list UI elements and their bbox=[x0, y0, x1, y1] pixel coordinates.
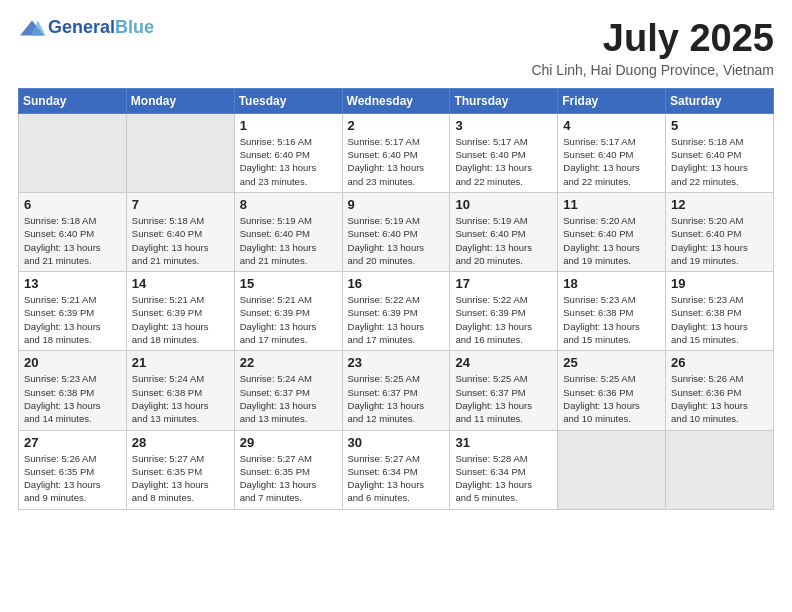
day-info: Sunrise: 5:23 AM Sunset: 6:38 PM Dayligh… bbox=[671, 293, 769, 346]
day-number: 8 bbox=[240, 197, 338, 212]
calendar-cell: 16Sunrise: 5:22 AM Sunset: 6:39 PM Dayli… bbox=[342, 272, 450, 351]
calendar-cell: 13Sunrise: 5:21 AM Sunset: 6:39 PM Dayli… bbox=[19, 272, 127, 351]
day-info: Sunrise: 5:18 AM Sunset: 6:40 PM Dayligh… bbox=[24, 214, 122, 267]
calendar: SundayMondayTuesdayWednesdayThursdayFrid… bbox=[18, 88, 774, 510]
day-info: Sunrise: 5:17 AM Sunset: 6:40 PM Dayligh… bbox=[348, 135, 446, 188]
day-number: 5 bbox=[671, 118, 769, 133]
calendar-cell: 22Sunrise: 5:24 AM Sunset: 6:37 PM Dayli… bbox=[234, 351, 342, 430]
location: Chi Linh, Hai Duong Province, Vietnam bbox=[531, 62, 774, 78]
calendar-cell: 7Sunrise: 5:18 AM Sunset: 6:40 PM Daylig… bbox=[126, 192, 234, 271]
logo-icon bbox=[18, 19, 46, 37]
day-number: 12 bbox=[671, 197, 769, 212]
logo-line2: Blue bbox=[115, 17, 154, 37]
calendar-cell: 1Sunrise: 5:16 AM Sunset: 6:40 PM Daylig… bbox=[234, 113, 342, 192]
day-info: Sunrise: 5:19 AM Sunset: 6:40 PM Dayligh… bbox=[455, 214, 553, 267]
day-info: Sunrise: 5:17 AM Sunset: 6:40 PM Dayligh… bbox=[563, 135, 661, 188]
day-info: Sunrise: 5:27 AM Sunset: 6:35 PM Dayligh… bbox=[240, 452, 338, 505]
header-thursday: Thursday bbox=[450, 88, 558, 113]
header-friday: Friday bbox=[558, 88, 666, 113]
header-tuesday: Tuesday bbox=[234, 88, 342, 113]
day-info: Sunrise: 5:19 AM Sunset: 6:40 PM Dayligh… bbox=[348, 214, 446, 267]
calendar-cell: 10Sunrise: 5:19 AM Sunset: 6:40 PM Dayli… bbox=[450, 192, 558, 271]
day-info: Sunrise: 5:21 AM Sunset: 6:39 PM Dayligh… bbox=[24, 293, 122, 346]
day-info: Sunrise: 5:28 AM Sunset: 6:34 PM Dayligh… bbox=[455, 452, 553, 505]
day-info: Sunrise: 5:25 AM Sunset: 6:36 PM Dayligh… bbox=[563, 372, 661, 425]
day-number: 2 bbox=[348, 118, 446, 133]
day-info: Sunrise: 5:25 AM Sunset: 6:37 PM Dayligh… bbox=[348, 372, 446, 425]
day-number: 9 bbox=[348, 197, 446, 212]
calendar-cell: 29Sunrise: 5:27 AM Sunset: 6:35 PM Dayli… bbox=[234, 430, 342, 509]
day-info: Sunrise: 5:26 AM Sunset: 6:36 PM Dayligh… bbox=[671, 372, 769, 425]
calendar-cell: 21Sunrise: 5:24 AM Sunset: 6:38 PM Dayli… bbox=[126, 351, 234, 430]
day-number: 4 bbox=[563, 118, 661, 133]
calendar-cell: 6Sunrise: 5:18 AM Sunset: 6:40 PM Daylig… bbox=[19, 192, 127, 271]
day-number: 27 bbox=[24, 435, 122, 450]
calendar-cell: 31Sunrise: 5:28 AM Sunset: 6:34 PM Dayli… bbox=[450, 430, 558, 509]
calendar-cell: 12Sunrise: 5:20 AM Sunset: 6:40 PM Dayli… bbox=[666, 192, 774, 271]
day-number: 18 bbox=[563, 276, 661, 291]
calendar-cell: 3Sunrise: 5:17 AM Sunset: 6:40 PM Daylig… bbox=[450, 113, 558, 192]
day-number: 28 bbox=[132, 435, 230, 450]
day-info: Sunrise: 5:26 AM Sunset: 6:35 PM Dayligh… bbox=[24, 452, 122, 505]
logo-text: GeneralBlue bbox=[48, 18, 154, 38]
calendar-cell bbox=[19, 113, 127, 192]
calendar-cell: 20Sunrise: 5:23 AM Sunset: 6:38 PM Dayli… bbox=[19, 351, 127, 430]
day-number: 25 bbox=[563, 355, 661, 370]
day-info: Sunrise: 5:21 AM Sunset: 6:39 PM Dayligh… bbox=[132, 293, 230, 346]
calendar-cell: 11Sunrise: 5:20 AM Sunset: 6:40 PM Dayli… bbox=[558, 192, 666, 271]
day-info: Sunrise: 5:20 AM Sunset: 6:40 PM Dayligh… bbox=[563, 214, 661, 267]
day-number: 29 bbox=[240, 435, 338, 450]
calendar-week-5: 27Sunrise: 5:26 AM Sunset: 6:35 PM Dayli… bbox=[19, 430, 774, 509]
calendar-cell: 24Sunrise: 5:25 AM Sunset: 6:37 PM Dayli… bbox=[450, 351, 558, 430]
day-number: 14 bbox=[132, 276, 230, 291]
day-info: Sunrise: 5:24 AM Sunset: 6:38 PM Dayligh… bbox=[132, 372, 230, 425]
calendar-cell: 25Sunrise: 5:25 AM Sunset: 6:36 PM Dayli… bbox=[558, 351, 666, 430]
day-info: Sunrise: 5:22 AM Sunset: 6:39 PM Dayligh… bbox=[455, 293, 553, 346]
day-info: Sunrise: 5:23 AM Sunset: 6:38 PM Dayligh… bbox=[24, 372, 122, 425]
calendar-cell bbox=[558, 430, 666, 509]
page: GeneralBlue July 2025 Chi Linh, Hai Duon… bbox=[0, 0, 792, 612]
day-number: 6 bbox=[24, 197, 122, 212]
header-monday: Monday bbox=[126, 88, 234, 113]
day-info: Sunrise: 5:27 AM Sunset: 6:34 PM Dayligh… bbox=[348, 452, 446, 505]
logo: GeneralBlue bbox=[18, 18, 154, 38]
day-number: 19 bbox=[671, 276, 769, 291]
header-wednesday: Wednesday bbox=[342, 88, 450, 113]
day-info: Sunrise: 5:25 AM Sunset: 6:37 PM Dayligh… bbox=[455, 372, 553, 425]
day-info: Sunrise: 5:18 AM Sunset: 6:40 PM Dayligh… bbox=[132, 214, 230, 267]
calendar-week-2: 6Sunrise: 5:18 AM Sunset: 6:40 PM Daylig… bbox=[19, 192, 774, 271]
calendar-cell: 23Sunrise: 5:25 AM Sunset: 6:37 PM Dayli… bbox=[342, 351, 450, 430]
calendar-cell: 2Sunrise: 5:17 AM Sunset: 6:40 PM Daylig… bbox=[342, 113, 450, 192]
day-number: 24 bbox=[455, 355, 553, 370]
day-number: 17 bbox=[455, 276, 553, 291]
day-info: Sunrise: 5:22 AM Sunset: 6:39 PM Dayligh… bbox=[348, 293, 446, 346]
day-number: 11 bbox=[563, 197, 661, 212]
day-info: Sunrise: 5:20 AM Sunset: 6:40 PM Dayligh… bbox=[671, 214, 769, 267]
day-number: 20 bbox=[24, 355, 122, 370]
day-number: 23 bbox=[348, 355, 446, 370]
day-number: 26 bbox=[671, 355, 769, 370]
month-title: July 2025 bbox=[531, 18, 774, 60]
header-sunday: Sunday bbox=[19, 88, 127, 113]
calendar-cell: 19Sunrise: 5:23 AM Sunset: 6:38 PM Dayli… bbox=[666, 272, 774, 351]
calendar-cell: 18Sunrise: 5:23 AM Sunset: 6:38 PM Dayli… bbox=[558, 272, 666, 351]
day-info: Sunrise: 5:19 AM Sunset: 6:40 PM Dayligh… bbox=[240, 214, 338, 267]
day-info: Sunrise: 5:24 AM Sunset: 6:37 PM Dayligh… bbox=[240, 372, 338, 425]
calendar-cell: 17Sunrise: 5:22 AM Sunset: 6:39 PM Dayli… bbox=[450, 272, 558, 351]
day-info: Sunrise: 5:17 AM Sunset: 6:40 PM Dayligh… bbox=[455, 135, 553, 188]
day-number: 30 bbox=[348, 435, 446, 450]
calendar-cell: 4Sunrise: 5:17 AM Sunset: 6:40 PM Daylig… bbox=[558, 113, 666, 192]
calendar-week-1: 1Sunrise: 5:16 AM Sunset: 6:40 PM Daylig… bbox=[19, 113, 774, 192]
day-number: 3 bbox=[455, 118, 553, 133]
calendar-cell: 5Sunrise: 5:18 AM Sunset: 6:40 PM Daylig… bbox=[666, 113, 774, 192]
header: GeneralBlue July 2025 Chi Linh, Hai Duon… bbox=[18, 18, 774, 78]
day-number: 31 bbox=[455, 435, 553, 450]
day-info: Sunrise: 5:23 AM Sunset: 6:38 PM Dayligh… bbox=[563, 293, 661, 346]
day-number: 1 bbox=[240, 118, 338, 133]
day-number: 15 bbox=[240, 276, 338, 291]
day-number: 13 bbox=[24, 276, 122, 291]
day-info: Sunrise: 5:27 AM Sunset: 6:35 PM Dayligh… bbox=[132, 452, 230, 505]
calendar-cell bbox=[126, 113, 234, 192]
calendar-week-4: 20Sunrise: 5:23 AM Sunset: 6:38 PM Dayli… bbox=[19, 351, 774, 430]
calendar-cell bbox=[666, 430, 774, 509]
